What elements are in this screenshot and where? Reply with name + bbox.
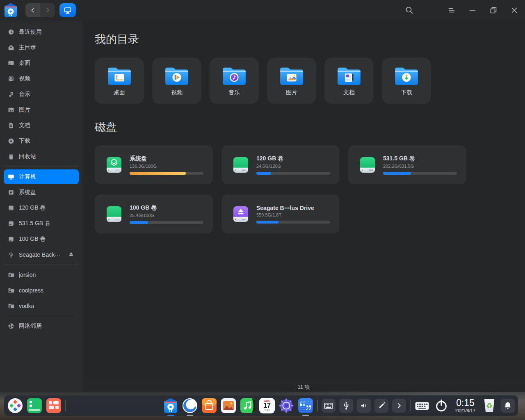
sidebar-item-volume-120gb[interactable]: 120 GB 卷 bbox=[4, 201, 79, 215]
desktop: 最近使用 主目录 桌面 视频 音乐 图片 文档 下载 回收站 计算机 系统盘 1… bbox=[0, 0, 525, 420]
window-layout-icon[interactable] bbox=[46, 398, 62, 413]
navigation-buttons bbox=[25, 3, 55, 17]
input-method-keyboard-icon[interactable] bbox=[322, 399, 336, 413]
volume-icon[interactable] bbox=[357, 399, 371, 413]
sidebar-separator bbox=[4, 167, 78, 167]
sidebar-item-downloads[interactable]: 下载 bbox=[4, 134, 79, 148]
system-disk-icon bbox=[8, 189, 14, 196]
disk-usage: 24.5G/120G bbox=[256, 164, 330, 169]
sidebar-item-music[interactable]: 音乐 bbox=[4, 87, 79, 102]
folder-card-downloads[interactable]: 下载 bbox=[382, 58, 431, 104]
desktop-folder-icon bbox=[107, 66, 132, 86]
dock-text-editor-icon[interactable] bbox=[298, 398, 313, 413]
minimize-icon[interactable] bbox=[467, 5, 478, 16]
disk-name: 531.5 GB 卷 bbox=[383, 155, 457, 162]
sidebar-item-recent[interactable]: 最近使用 bbox=[4, 25, 79, 39]
disk-name: 120 GB 卷 bbox=[256, 155, 330, 162]
sidebar-item-volume-531gb[interactable]: 531.5 GB 卷 bbox=[4, 216, 79, 231]
disk-usage-bar bbox=[256, 172, 330, 175]
statusbar: 11 项 bbox=[82, 382, 525, 392]
power-icon[interactable] bbox=[434, 398, 449, 413]
sidebar-item-home[interactable]: 主目录 bbox=[4, 40, 79, 55]
disk-card-100gb[interactable]: 100 GB 卷 25.4G/100G bbox=[95, 194, 213, 233]
dock-calendar-icon[interactable]: AUG 17 TUES bbox=[259, 398, 275, 413]
menu-icon[interactable] bbox=[446, 5, 457, 16]
eject-icon[interactable] bbox=[67, 251, 75, 258]
sidebar-item-desktop[interactable]: 桌面 bbox=[4, 56, 79, 71]
dock-control-center-icon[interactable] bbox=[278, 398, 294, 413]
disk-card-531gb[interactable]: 531.5 GB 卷 202.2G/531.5G bbox=[348, 145, 466, 184]
trash-icon[interactable]: ♻ bbox=[482, 398, 497, 413]
multitasking-view-icon[interactable] bbox=[27, 398, 42, 413]
calendar-weekday: TUES bbox=[264, 409, 269, 412]
dock-clock[interactable]: 0:15 2021/8/17 bbox=[453, 398, 478, 413]
disk-cards: 系统盘 136.3G/180G 120 GB 卷 24.5G/120G bbox=[95, 145, 525, 233]
recycle-glyph: ♻ bbox=[486, 402, 492, 409]
sidebar-item-trash[interactable]: 回收站 bbox=[4, 149, 79, 164]
disk-icon bbox=[8, 236, 14, 242]
titlebar bbox=[0, 0, 525, 21]
dock-app-store-icon[interactable] bbox=[201, 398, 217, 413]
search-icon[interactable] bbox=[404, 5, 415, 16]
sidebar-item-pictures[interactable]: 图片 bbox=[4, 103, 79, 117]
folder-card-desktop[interactable]: 桌面 bbox=[95, 58, 144, 104]
disk-usage: 25.4G/100G bbox=[130, 213, 203, 218]
folder-card-documents[interactable]: 文档 bbox=[324, 58, 374, 104]
expand-chevron-icon[interactable] bbox=[392, 399, 406, 413]
forward-button[interactable] bbox=[40, 3, 55, 17]
item-count: 11 项 bbox=[297, 383, 310, 391]
section-title-my-directories: 我的目录 bbox=[95, 32, 525, 47]
screenshot-pen-icon[interactable] bbox=[374, 399, 388, 413]
disk-usage: 136.3G/180G bbox=[130, 164, 203, 169]
sidebar-separator bbox=[4, 265, 78, 265]
usb-icon bbox=[8, 251, 14, 258]
dock-music-icon[interactable] bbox=[240, 398, 256, 413]
folder-card-videos[interactable]: 视频 bbox=[152, 58, 201, 104]
system-disk-icon bbox=[106, 157, 122, 173]
disk-card-system[interactable]: 系统盘 136.3G/180G bbox=[95, 145, 213, 184]
sidebar-item-documents[interactable]: 文档 bbox=[4, 118, 79, 133]
disk-usage: 202.2G/531.5G bbox=[383, 164, 457, 169]
disk-name: 系统盘 bbox=[130, 155, 203, 162]
downloads-folder-icon bbox=[394, 66, 419, 86]
restore-icon[interactable] bbox=[488, 5, 499, 16]
sidebar-item-share-coolpress[interactable]: coolpress bbox=[4, 283, 79, 298]
music-folder-icon bbox=[221, 66, 247, 86]
dock: AUG 17 TUES bbox=[4, 395, 518, 416]
disk-card-120gb[interactable]: 120 GB 卷 24.5G/120G bbox=[221, 145, 340, 184]
sidebar-item-network[interactable]: 网络邻居 bbox=[4, 319, 79, 333]
sidebar-item-share-jorsion[interactable]: jorsion bbox=[4, 267, 79, 282]
calendar-day: 17 bbox=[263, 402, 271, 409]
computer-view-button[interactable] bbox=[59, 3, 76, 17]
dock-image-viewer-icon[interactable] bbox=[221, 398, 236, 413]
network-icon bbox=[8, 323, 14, 329]
folder-card-pictures[interactable]: 图片 bbox=[267, 58, 316, 104]
image-icon bbox=[8, 107, 14, 113]
desktop-icon bbox=[8, 60, 14, 66]
disk-card-seagate[interactable]: Seagate B⋯lus Drive 559.5G/1.8T bbox=[221, 194, 340, 233]
close-icon[interactable] bbox=[509, 5, 520, 16]
folder-card-music[interactable]: 音乐 bbox=[210, 58, 259, 104]
disk-icon bbox=[360, 157, 375, 173]
sidebar-item-volume-100gb[interactable]: 100 GB 卷 bbox=[4, 232, 79, 247]
notifications-bell-icon[interactable] bbox=[501, 399, 515, 413]
main-content: 我的目录 桌面 视频 音乐 bbox=[82, 21, 525, 392]
sidebar-item-system-disk[interactable]: 系统盘 bbox=[4, 185, 79, 200]
onboard-keyboard-icon[interactable] bbox=[414, 398, 430, 413]
disk-usage-bar bbox=[256, 221, 330, 224]
file-manager-app-icon bbox=[3, 3, 18, 18]
back-button[interactable] bbox=[25, 3, 40, 17]
dock-browser-icon[interactable] bbox=[182, 398, 198, 413]
sidebar-item-share-vodka[interactable]: vodka bbox=[4, 299, 79, 313]
trash-icon bbox=[8, 153, 14, 160]
computer-view-icon bbox=[64, 6, 72, 14]
sidebar-item-computer[interactable]: 计算机 bbox=[4, 169, 79, 184]
sidebar-item-seagate-drive[interactable]: Seagate Back⋯ bbox=[4, 247, 79, 262]
music-note-icon bbox=[8, 91, 14, 98]
dock-file-manager-icon[interactable] bbox=[163, 398, 178, 413]
launcher-icon[interactable] bbox=[7, 398, 23, 413]
sidebar-item-videos[interactable]: 视频 bbox=[4, 71, 79, 86]
disk-icon bbox=[233, 157, 249, 173]
usb-device-icon[interactable] bbox=[339, 399, 353, 413]
disk-icon bbox=[8, 220, 14, 227]
